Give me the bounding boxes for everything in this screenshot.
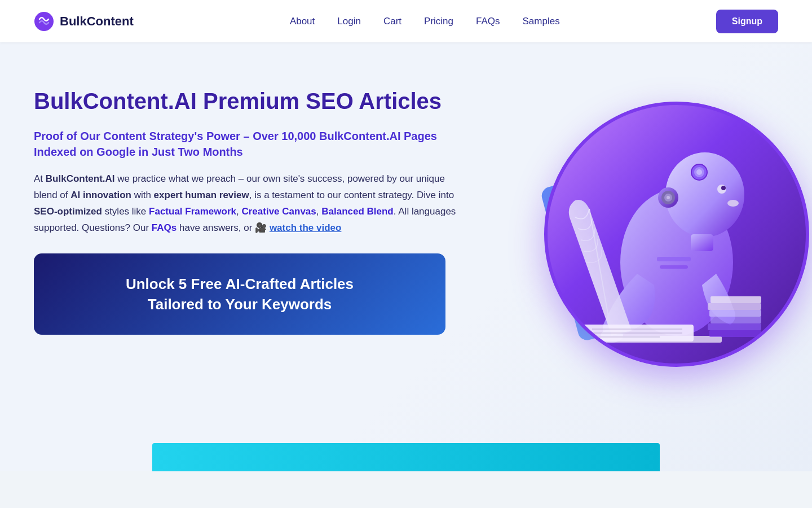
cta-box-text: Unlock 5 Free AI-Crafted Articles Tailor… [56, 274, 423, 315]
signup-button[interactable]: Signup [716, 10, 778, 33]
balanced-blend-link[interactable]: Balanced Blend [321, 206, 394, 217]
factual-framework-link[interactable]: Factual Framework [149, 206, 236, 217]
logo-icon [34, 11, 54, 32]
creative-canvas-link[interactable]: Creative Canvas [241, 206, 316, 217]
svg-point-9 [667, 196, 670, 199]
svg-point-5 [721, 186, 726, 190]
logo[interactable]: BulkContent [34, 11, 134, 32]
svg-rect-21 [708, 303, 761, 310]
hero-body-text: At BulkContent.AI we practice what we pr… [34, 173, 456, 233]
svg-rect-26 [657, 257, 691, 261]
ai-innovation: AI innovation [70, 190, 131, 200]
svg-point-12 [696, 169, 702, 175]
logo-text: BulkContent [60, 14, 134, 29]
svg-rect-22 [709, 310, 761, 317]
hero-section: BulkContent.AI Premium SEO Articles Proo… [0, 42, 812, 471]
nav-pricing[interactable]: Pricing [424, 16, 453, 27]
svg-point-3 [727, 200, 739, 207]
hero-body: At BulkContent.AI we practice what we pr… [34, 171, 457, 237]
hero-illustration [530, 59, 812, 409]
hero-subtitle: Proof of Our Content Strategy's Power – … [34, 128, 457, 160]
nav-login[interactable]: Login [337, 16, 361, 27]
svg-rect-25 [709, 330, 761, 337]
header: BulkContent About Login Cart Pricing FAQ… [0, 0, 812, 42]
cta-line1: Unlock 5 Free AI-Crafted Articles [56, 274, 423, 294]
nav-faqs[interactable]: FAQs [476, 16, 500, 27]
svg-rect-24 [708, 323, 761, 330]
nav-cart[interactable]: Cart [383, 16, 401, 27]
nav-about[interactable]: About [290, 16, 315, 27]
nav-samples[interactable]: Samples [523, 16, 560, 27]
watch-video-link[interactable]: watch the video [270, 222, 342, 233]
svg-rect-20 [710, 296, 761, 303]
robot-circle [544, 102, 809, 367]
seo-optimized: SEO-optimized [34, 206, 102, 217]
cta-box: Unlock 5 Free AI-Crafted Articles Tailor… [34, 253, 445, 335]
hero-left: BulkContent.AI Premium SEO Articles Proo… [34, 76, 457, 335]
svg-rect-13 [691, 234, 713, 251]
main-nav: About Login Cart Pricing FAQs Samples [290, 16, 560, 27]
robot-illustration [558, 116, 795, 353]
cta-line2: Tailored to Your Keywords [56, 294, 423, 314]
svg-rect-27 [660, 265, 688, 269]
svg-rect-23 [710, 317, 761, 323]
hero-title: BulkContent.AI Premium SEO Articles [34, 87, 457, 115]
bottom-cyan-strip [152, 443, 660, 471]
brand-inline: BulkContent.AI [46, 173, 115, 184]
faqs-inline-link[interactable]: FAQs [152, 222, 176, 233]
expert-human: expert human review [154, 190, 249, 200]
